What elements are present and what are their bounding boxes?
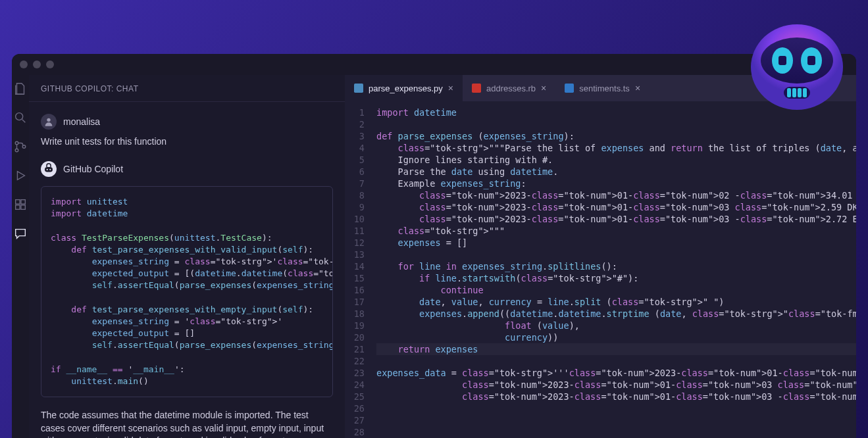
activity-bar <box>12 75 29 438</box>
run-debug-icon[interactable] <box>12 167 29 184</box>
explorer-icon[interactable] <box>12 80 29 97</box>
svg-rect-23 <box>792 88 796 97</box>
file-icon <box>354 84 363 93</box>
svg-point-2 <box>15 149 18 152</box>
svg-point-3 <box>22 145 26 149</box>
svg-rect-24 <box>798 88 802 97</box>
username: monalisa <box>63 116 100 127</box>
svg-point-11 <box>49 169 51 170</box>
copilot-mascot <box>744 14 850 120</box>
close-icon[interactable]: × <box>448 83 453 93</box>
svg-rect-12 <box>354 84 363 93</box>
titlebar <box>12 54 856 75</box>
svg-rect-19 <box>779 56 786 65</box>
user-prompt: Write unit tests for this function <box>41 136 333 147</box>
copilot-avatar <box>41 161 57 177</box>
chat-body: monalisa Write unit tests for this funct… <box>29 102 345 438</box>
svg-rect-25 <box>803 88 807 97</box>
tab-sentiments-ts[interactable]: sentiments.ts× <box>555 75 650 101</box>
svg-rect-9 <box>45 167 53 172</box>
chat-panel: GITHUB COPILOT: CHAT monalisa Write unit… <box>29 75 345 438</box>
svg-point-8 <box>47 118 50 122</box>
code-area[interactable]: 1 2 3 4 5 6 7 8 9 10 11 12 13 14 15 16 1… <box>345 101 856 438</box>
svg-rect-6 <box>16 205 20 209</box>
main-area: GITHUB COPILOT: CHAT monalisa Write unit… <box>12 75 856 438</box>
svg-point-10 <box>47 169 48 170</box>
extensions-icon[interactable] <box>12 196 29 213</box>
svg-rect-4 <box>16 200 20 204</box>
tab-label: addresses.rb <box>486 84 536 93</box>
window-close-button[interactable] <box>20 61 28 68</box>
chat-icon[interactable] <box>12 225 29 242</box>
search-icon[interactable] <box>12 109 29 126</box>
window-minimize-button[interactable] <box>33 61 41 68</box>
svg-point-1 <box>15 141 18 145</box>
svg-rect-20 <box>807 56 815 65</box>
svg-rect-14 <box>565 84 574 93</box>
svg-point-0 <box>16 113 23 120</box>
line-gutter: 1 2 3 4 5 6 7 8 9 10 11 12 13 14 15 16 1… <box>345 101 376 438</box>
svg-rect-5 <box>21 200 25 204</box>
assistant-message-header: GitHub Copilot <box>41 161 333 177</box>
file-icon <box>472 84 481 93</box>
source-control-icon[interactable] <box>12 138 29 155</box>
window-zoom-button[interactable] <box>46 61 54 68</box>
svg-rect-7 <box>21 205 25 209</box>
file-icon <box>565 84 574 93</box>
close-icon[interactable]: × <box>541 83 546 93</box>
svg-rect-13 <box>472 84 481 93</box>
tab-label: parse_expenses.py <box>369 84 443 93</box>
user-message-header: monalisa <box>41 114 333 130</box>
close-icon[interactable]: × <box>635 83 640 93</box>
editor-panel: parse_expenses.py×addresses.rb×sentiment… <box>345 75 856 438</box>
ide-window: GITHUB COPILOT: CHAT monalisa Write unit… <box>12 54 856 438</box>
chat-code-block[interactable]: import unittest import datetime class Te… <box>41 186 333 397</box>
editor-code-content[interactable]: import datetime def parse_expenses (expe… <box>376 101 856 438</box>
tab-label: sentiments.ts <box>579 84 630 93</box>
user-avatar <box>41 114 57 130</box>
tab-addresses-rb[interactable]: addresses.rb× <box>463 75 555 101</box>
svg-point-16 <box>761 37 833 84</box>
assistant-name: GitHub Copilot <box>63 164 123 174</box>
chat-header: GITHUB COPILOT: CHAT <box>29 75 345 102</box>
assistant-explanation: The code assumes that the datetime modul… <box>41 409 333 438</box>
svg-rect-22 <box>787 88 791 97</box>
tab-parse_expenses-py[interactable]: parse_expenses.py× <box>345 75 463 101</box>
